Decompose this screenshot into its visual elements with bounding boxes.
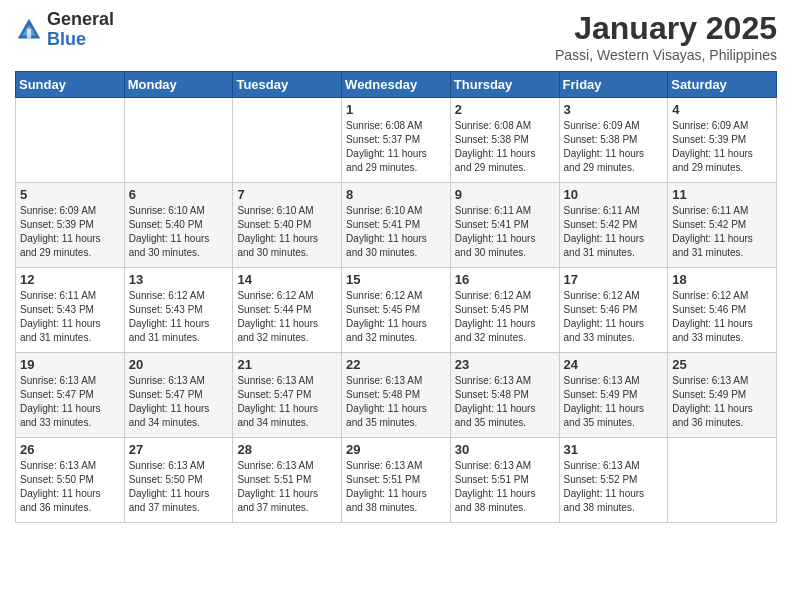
weekday-tuesday: Tuesday — [233, 72, 342, 98]
day-number: 14 — [237, 272, 337, 287]
day-number: 2 — [455, 102, 555, 117]
calendar-cell: 19 Sunrise: 6:13 AM Sunset: 5:47 PM Dayl… — [16, 353, 125, 438]
calendar-week-2: 5 Sunrise: 6:09 AM Sunset: 5:39 PM Dayli… — [16, 183, 777, 268]
day-info: Sunrise: 6:08 AM Sunset: 5:37 PM Dayligh… — [346, 120, 427, 173]
calendar-cell: 29 Sunrise: 6:13 AM Sunset: 5:51 PM Dayl… — [342, 438, 451, 523]
day-info: Sunrise: 6:13 AM Sunset: 5:49 PM Dayligh… — [564, 375, 645, 428]
day-info: Sunrise: 6:11 AM Sunset: 5:42 PM Dayligh… — [564, 205, 645, 258]
day-number: 25 — [672, 357, 772, 372]
svg-rect-2 — [27, 28, 31, 38]
day-info: Sunrise: 6:13 AM Sunset: 5:51 PM Dayligh… — [455, 460, 536, 513]
day-info: Sunrise: 6:09 AM Sunset: 5:39 PM Dayligh… — [20, 205, 101, 258]
calendar-cell: 15 Sunrise: 6:12 AM Sunset: 5:45 PM Dayl… — [342, 268, 451, 353]
calendar-cell: 3 Sunrise: 6:09 AM Sunset: 5:38 PM Dayli… — [559, 98, 668, 183]
weekday-sunday: Sunday — [16, 72, 125, 98]
calendar-body: 1 Sunrise: 6:08 AM Sunset: 5:37 PM Dayli… — [16, 98, 777, 523]
month-title: January 2025 — [555, 10, 777, 47]
day-number: 15 — [346, 272, 446, 287]
logo-text: General Blue — [47, 10, 114, 50]
day-number: 27 — [129, 442, 229, 457]
day-number: 3 — [564, 102, 664, 117]
calendar-cell: 17 Sunrise: 6:12 AM Sunset: 5:46 PM Dayl… — [559, 268, 668, 353]
day-info: Sunrise: 6:13 AM Sunset: 5:50 PM Dayligh… — [20, 460, 101, 513]
page-header: General Blue January 2025 Passi, Western… — [15, 10, 777, 63]
day-info: Sunrise: 6:12 AM Sunset: 5:45 PM Dayligh… — [455, 290, 536, 343]
day-info: Sunrise: 6:11 AM Sunset: 5:43 PM Dayligh… — [20, 290, 101, 343]
calendar-cell: 2 Sunrise: 6:08 AM Sunset: 5:38 PM Dayli… — [450, 98, 559, 183]
day-info: Sunrise: 6:08 AM Sunset: 5:38 PM Dayligh… — [455, 120, 536, 173]
calendar-cell: 16 Sunrise: 6:12 AM Sunset: 5:45 PM Dayl… — [450, 268, 559, 353]
calendar-cell: 18 Sunrise: 6:12 AM Sunset: 5:46 PM Dayl… — [668, 268, 777, 353]
day-number: 11 — [672, 187, 772, 202]
logo-icon — [15, 16, 43, 44]
day-number: 22 — [346, 357, 446, 372]
day-number: 24 — [564, 357, 664, 372]
calendar-table: SundayMondayTuesdayWednesdayThursdayFrid… — [15, 71, 777, 523]
day-number: 16 — [455, 272, 555, 287]
weekday-thursday: Thursday — [450, 72, 559, 98]
day-number: 29 — [346, 442, 446, 457]
calendar-cell: 7 Sunrise: 6:10 AM Sunset: 5:40 PM Dayli… — [233, 183, 342, 268]
calendar-week-4: 19 Sunrise: 6:13 AM Sunset: 5:47 PM Dayl… — [16, 353, 777, 438]
calendar-cell: 28 Sunrise: 6:13 AM Sunset: 5:51 PM Dayl… — [233, 438, 342, 523]
day-number: 18 — [672, 272, 772, 287]
calendar-cell: 13 Sunrise: 6:12 AM Sunset: 5:43 PM Dayl… — [124, 268, 233, 353]
day-info: Sunrise: 6:13 AM Sunset: 5:51 PM Dayligh… — [237, 460, 318, 513]
day-info: Sunrise: 6:11 AM Sunset: 5:41 PM Dayligh… — [455, 205, 536, 258]
day-number: 31 — [564, 442, 664, 457]
weekday-monday: Monday — [124, 72, 233, 98]
calendar-week-3: 12 Sunrise: 6:11 AM Sunset: 5:43 PM Dayl… — [16, 268, 777, 353]
page-container: General Blue January 2025 Passi, Western… — [0, 0, 792, 533]
calendar-header: SundayMondayTuesdayWednesdayThursdayFrid… — [16, 72, 777, 98]
calendar-cell: 22 Sunrise: 6:13 AM Sunset: 5:48 PM Dayl… — [342, 353, 451, 438]
day-number: 21 — [237, 357, 337, 372]
calendar-cell: 24 Sunrise: 6:13 AM Sunset: 5:49 PM Dayl… — [559, 353, 668, 438]
day-info: Sunrise: 6:12 AM Sunset: 5:46 PM Dayligh… — [564, 290, 645, 343]
calendar-week-5: 26 Sunrise: 6:13 AM Sunset: 5:50 PM Dayl… — [16, 438, 777, 523]
weekday-wednesday: Wednesday — [342, 72, 451, 98]
calendar-cell: 27 Sunrise: 6:13 AM Sunset: 5:50 PM Dayl… — [124, 438, 233, 523]
day-info: Sunrise: 6:13 AM Sunset: 5:51 PM Dayligh… — [346, 460, 427, 513]
calendar-cell: 1 Sunrise: 6:08 AM Sunset: 5:37 PM Dayli… — [342, 98, 451, 183]
day-number: 30 — [455, 442, 555, 457]
calendar-cell: 31 Sunrise: 6:13 AM Sunset: 5:52 PM Dayl… — [559, 438, 668, 523]
day-info: Sunrise: 6:12 AM Sunset: 5:46 PM Dayligh… — [672, 290, 753, 343]
day-info: Sunrise: 6:13 AM Sunset: 5:47 PM Dayligh… — [129, 375, 210, 428]
calendar-cell: 12 Sunrise: 6:11 AM Sunset: 5:43 PM Dayl… — [16, 268, 125, 353]
day-number: 5 — [20, 187, 120, 202]
day-info: Sunrise: 6:10 AM Sunset: 5:41 PM Dayligh… — [346, 205, 427, 258]
calendar-cell — [16, 98, 125, 183]
day-info: Sunrise: 6:09 AM Sunset: 5:39 PM Dayligh… — [672, 120, 753, 173]
calendar-cell: 10 Sunrise: 6:11 AM Sunset: 5:42 PM Dayl… — [559, 183, 668, 268]
day-info: Sunrise: 6:12 AM Sunset: 5:43 PM Dayligh… — [129, 290, 210, 343]
calendar-cell: 8 Sunrise: 6:10 AM Sunset: 5:41 PM Dayli… — [342, 183, 451, 268]
logo: General Blue — [15, 10, 114, 50]
day-info: Sunrise: 6:10 AM Sunset: 5:40 PM Dayligh… — [237, 205, 318, 258]
logo-general: General — [47, 10, 114, 30]
day-info: Sunrise: 6:13 AM Sunset: 5:47 PM Dayligh… — [20, 375, 101, 428]
calendar-cell: 6 Sunrise: 6:10 AM Sunset: 5:40 PM Dayli… — [124, 183, 233, 268]
calendar-cell — [668, 438, 777, 523]
weekday-friday: Friday — [559, 72, 668, 98]
day-number: 19 — [20, 357, 120, 372]
day-number: 8 — [346, 187, 446, 202]
day-number: 12 — [20, 272, 120, 287]
calendar-cell: 9 Sunrise: 6:11 AM Sunset: 5:41 PM Dayli… — [450, 183, 559, 268]
day-number: 9 — [455, 187, 555, 202]
calendar-cell — [233, 98, 342, 183]
calendar-cell: 11 Sunrise: 6:11 AM Sunset: 5:42 PM Dayl… — [668, 183, 777, 268]
day-number: 1 — [346, 102, 446, 117]
calendar-cell: 30 Sunrise: 6:13 AM Sunset: 5:51 PM Dayl… — [450, 438, 559, 523]
calendar-cell: 23 Sunrise: 6:13 AM Sunset: 5:48 PM Dayl… — [450, 353, 559, 438]
day-info: Sunrise: 6:10 AM Sunset: 5:40 PM Dayligh… — [129, 205, 210, 258]
day-info: Sunrise: 6:13 AM Sunset: 5:47 PM Dayligh… — [237, 375, 318, 428]
day-info: Sunrise: 6:13 AM Sunset: 5:50 PM Dayligh… — [129, 460, 210, 513]
calendar-cell: 21 Sunrise: 6:13 AM Sunset: 5:47 PM Dayl… — [233, 353, 342, 438]
calendar-cell — [124, 98, 233, 183]
calendar-cell: 5 Sunrise: 6:09 AM Sunset: 5:39 PM Dayli… — [16, 183, 125, 268]
logo-blue: Blue — [47, 30, 114, 50]
day-number: 23 — [455, 357, 555, 372]
weekday-header-row: SundayMondayTuesdayWednesdayThursdayFrid… — [16, 72, 777, 98]
location: Passi, Western Visayas, Philippines — [555, 47, 777, 63]
weekday-saturday: Saturday — [668, 72, 777, 98]
